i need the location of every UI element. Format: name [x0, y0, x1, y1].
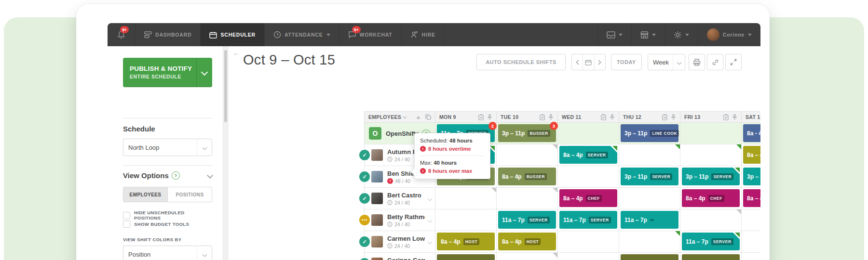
schedule-cell[interactable]: 8a – 4p HOST	[742, 144, 760, 166]
schedule-cell[interactable]: 8a – 4p HOST	[435, 231, 497, 253]
schedule-cell[interactable]: 8a – 4p SERVER	[558, 144, 619, 166]
fullscreen-button[interactable]	[725, 54, 742, 70]
chevron-down-icon[interactable]	[428, 240, 433, 245]
employee-cell[interactable]: ✓ Corinne Garris… 24 / 40	[365, 253, 435, 260]
shift[interactable]: 3p – 11p SERVER	[621, 168, 678, 185]
pin-icon[interactable]	[671, 114, 676, 120]
chevron-down-icon[interactable]	[428, 196, 433, 201]
shift[interactable]: 3p – 11p MANAGER	[621, 254, 678, 260]
shift[interactable]: 3p – 11p LINE COOK	[621, 124, 678, 142]
shift[interactable]: 11a – 7p SERVER	[682, 233, 740, 250]
publish-dropdown-toggle[interactable]	[196, 58, 212, 87]
prev-week-button[interactable]	[572, 54, 583, 70]
shift[interactable]: 8a – 4p HOST	[437, 233, 495, 250]
chevron-down-icon[interactable]	[428, 218, 433, 223]
nav-item-dashboard[interactable]: DASHBOARD	[136, 23, 201, 46]
shift[interactable]: 8a – 4p CHEF	[559, 189, 617, 207]
shift[interactable]: 11a – 7p SERVER	[498, 211, 556, 229]
schedule-cell[interactable]	[680, 209, 742, 231]
hide-unscheduled-checkbox-row[interactable]: HIDE UNSCHEDULED POSITIONS	[123, 210, 212, 221]
copy-icon[interactable]	[425, 114, 431, 120]
schedule-cell[interactable]: 11a – 7p SERVER	[497, 209, 558, 231]
schedule-cell[interactable]	[558, 166, 619, 188]
share-link-button[interactable]	[707, 54, 723, 70]
schedule-cell[interactable]	[619, 188, 680, 209]
day-header-cell[interactable]: FRI 13	[680, 112, 742, 123]
nav-item-workchat[interactable]: 9+ WORKCHAT	[339, 23, 402, 46]
checkbox[interactable]	[123, 221, 130, 228]
scrollbar-thumb[interactable]	[224, 50, 227, 122]
shift[interactable]: 11a – 7p	[621, 211, 678, 229]
publish-notify-button[interactable]: PUBLISH & NOTIFY ENTIRE SCHEDULE	[123, 58, 212, 87]
employee-cell[interactable]: ✓ Bert Castro 24 / 40	[365, 188, 435, 209]
schedule-cell[interactable]: 3p – 11p BUSSER 3	[497, 123, 558, 144]
inbox-menu-button[interactable]	[597, 23, 631, 46]
shift[interactable]: 11a – 7p SERVER	[559, 211, 617, 229]
schedule-cell[interactable]	[558, 123, 619, 144]
shift[interactable]: 3p – 11p MANAGER	[437, 254, 495, 260]
shift[interactable]: 8a – 4p SERVER	[559, 146, 617, 164]
pin-icon[interactable]	[548, 114, 554, 120]
day-header-cell[interactable]: MON 9	[435, 112, 497, 123]
today-button[interactable]: TODAY	[611, 54, 642, 70]
checkbox[interactable]	[123, 212, 130, 219]
schedule-cell[interactable]	[435, 188, 497, 209]
schedule-cell[interactable]	[497, 144, 558, 166]
schedule-cell[interactable]	[558, 253, 619, 260]
schedule-cell[interactable]	[619, 231, 680, 253]
shift[interactable]: 8a - 4p LINE COOK	[743, 124, 760, 142]
schedule-cell[interactable]: 8a – 4p BUSSER	[497, 166, 558, 188]
shift[interactable]: 8a – 4p CHEF	[743, 189, 760, 207]
schedule-cell[interactable]	[742, 231, 760, 253]
schedule-select[interactable]: North Loop	[123, 139, 212, 156]
nav-item-attendance[interactable]: ATTENDANCE	[265, 23, 339, 46]
schedule-cell[interactable]	[742, 253, 760, 260]
pin-icon[interactable]	[610, 114, 615, 120]
pin-icon[interactable]	[732, 114, 737, 120]
shift-colors-select[interactable]: Position	[123, 246, 212, 260]
schedule-cell[interactable]	[619, 144, 680, 166]
back-arrow-icon[interactable]: ←	[233, 49, 240, 57]
schedule-cell[interactable]: 11a – 7p	[619, 209, 680, 231]
print-button[interactable]	[689, 54, 705, 70]
schedule-cell[interactable]: 8a – 4p CHEF	[558, 188, 619, 209]
schedule-cell[interactable]: 3p – 11p MANAGER	[680, 253, 742, 260]
next-week-button[interactable]	[594, 54, 605, 70]
schedule-cell[interactable]: 11a – 7p SERVER	[680, 231, 742, 253]
shift[interactable]: 8a – 4p HOST	[498, 233, 556, 250]
shift[interactable]: 8a – 4p BUSSER	[498, 168, 556, 185]
schedule-cell[interactable]: 3p – 11p MANAGER	[435, 253, 497, 260]
schedule-cell[interactable]: 8a – 4p CHEF	[680, 188, 742, 209]
auto-schedule-button[interactable]: AUTO SCHEDULE SHIFTS	[476, 54, 566, 70]
schedule-cell[interactable]	[435, 209, 497, 231]
schedule-cell[interactable]: 3p – 11p SERVER	[680, 166, 742, 188]
add-employee-icon[interactable]: +	[416, 113, 420, 121]
help-icon[interactable]: ?	[172, 171, 180, 180]
schedule-cell[interactable]	[680, 123, 742, 144]
notifications-button[interactable]: 9+	[108, 23, 136, 46]
schedule-cell[interactable]: 3p – 11p SERVER	[619, 166, 680, 188]
clipboard-check-icon[interactable]	[540, 114, 545, 120]
toggle-positions[interactable]: POSITIONS	[167, 187, 212, 202]
schedule-cell[interactable]: 8a – 4p CHEF	[742, 188, 760, 209]
schedule-cell[interactable]	[742, 209, 760, 231]
schedule-cell[interactable]: 8a – 4p HOST	[497, 231, 558, 253]
schedule-cell[interactable]: 3p – 11p MANAGER	[619, 253, 680, 260]
schedule-cell[interactable]: 3p – 11p SERVER	[742, 166, 760, 188]
store-menu-button[interactable]	[631, 23, 665, 46]
shift[interactable]: 8a – 4p HOST	[743, 146, 760, 164]
clipboard-check-icon[interactable]	[478, 114, 484, 120]
clipboard-check-icon[interactable]	[601, 114, 606, 120]
pin-icon[interactable]	[487, 114, 492, 120]
range-select[interactable]: Week	[648, 54, 685, 70]
chevron-down-icon[interactable]	[207, 172, 213, 179]
shift[interactable]: 3p – 11p BUSSER 3	[498, 124, 556, 142]
user-menu-button[interactable]: Corinne	[698, 23, 760, 46]
nav-item-hire[interactable]: HIRE	[402, 23, 445, 46]
calendar-picker-button[interactable]	[583, 54, 594, 70]
employees-header-cell[interactable]: EMPLOYEES +	[365, 112, 435, 123]
settings-menu-button[interactable]	[665, 23, 698, 46]
toggle-employees[interactable]: EMPLOYEES	[123, 187, 167, 202]
nav-item-scheduler[interactable]: SCHEDULER	[201, 23, 265, 46]
shift[interactable]: 8a – 4p CHEF	[682, 189, 740, 207]
